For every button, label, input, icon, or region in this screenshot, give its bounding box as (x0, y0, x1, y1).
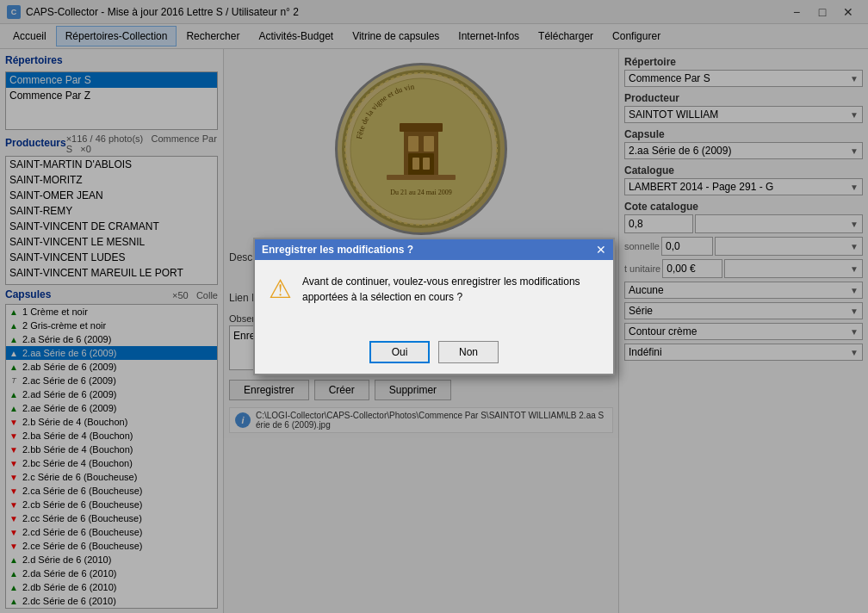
modal-message: Avant de continuer, voulez-vous enregist… (302, 274, 599, 305)
modal-title-bar: Enregistrer les modifications ? ✕ (255, 239, 613, 260)
modal-buttons: Oui Non (255, 334, 613, 374)
modal-dialog: Enregistrer les modifications ? ✕ ⚠ Avan… (253, 238, 615, 375)
modal-close-button[interactable]: ✕ (596, 243, 606, 257)
modal-body: ⚠ Avant de continuer, voulez-vous enregi… (255, 260, 613, 334)
warning-icon: ⚠ (269, 274, 292, 304)
modal-oui-button[interactable]: Oui (369, 341, 430, 363)
modal-overlay: Enregistrer les modifications ? ✕ ⚠ Avan… (0, 0, 868, 613)
modal-title: Enregistrer les modifications ? (262, 244, 413, 256)
modal-non-button[interactable]: Non (438, 341, 499, 363)
